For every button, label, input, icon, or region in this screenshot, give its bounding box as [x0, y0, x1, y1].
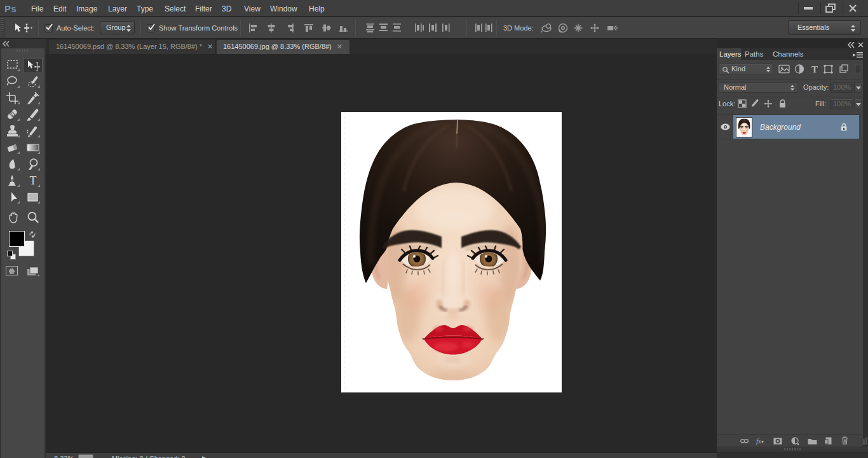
- svg-text:T: T: [811, 64, 818, 74]
- svg-text:T: T: [30, 174, 37, 187]
